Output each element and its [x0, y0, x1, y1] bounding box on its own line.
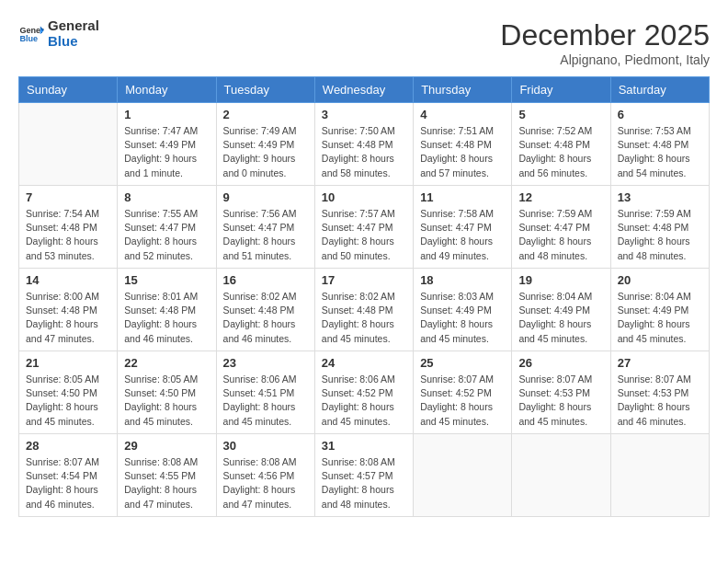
day-number: 9 [223, 190, 308, 204]
calendar-table: SundayMondayTuesdayWednesdayThursdayFrid… [18, 76, 710, 517]
calendar-cell: 24Sunrise: 8:06 AM Sunset: 4:52 PM Dayli… [314, 351, 413, 434]
day-number: 15 [124, 273, 209, 287]
day-info: Sunrise: 8:07 AM Sunset: 4:54 PM Dayligh… [26, 455, 110, 511]
calendar-cell [610, 434, 709, 517]
calendar-cell: 20Sunrise: 8:04 AM Sunset: 4:49 PM Dayli… [610, 269, 709, 351]
day-number: 1 [124, 108, 209, 121]
weekday-header-wednesday: Wednesday [314, 77, 413, 103]
day-number: 31 [322, 439, 406, 453]
day-info: Sunrise: 7:53 AM Sunset: 4:48 PM Dayligh… [618, 124, 702, 180]
day-number: 4 [420, 108, 505, 121]
day-info: Sunrise: 8:02 AM Sunset: 4:48 PM Dayligh… [223, 290, 308, 346]
calendar-cell: 6Sunrise: 7:53 AM Sunset: 4:48 PM Daylig… [610, 103, 709, 186]
calendar-cell [414, 434, 512, 517]
day-info: Sunrise: 8:08 AM Sunset: 4:56 PM Dayligh… [223, 455, 308, 511]
day-info: Sunrise: 7:52 AM Sunset: 4:48 PM Dayligh… [518, 124, 603, 180]
day-number: 14 [26, 273, 110, 287]
day-number: 29 [124, 439, 209, 453]
calendar-cell: 21Sunrise: 8:05 AM Sunset: 4:50 PM Dayli… [19, 351, 118, 434]
day-number: 21 [26, 356, 110, 370]
weekday-header-row: SundayMondayTuesdayWednesdayThursdayFrid… [19, 77, 710, 103]
calendar-cell: 31Sunrise: 8:08 AM Sunset: 4:57 PM Dayli… [314, 434, 413, 517]
calendar-cell: 18Sunrise: 8:03 AM Sunset: 4:49 PM Dayli… [414, 269, 512, 351]
calendar-cell: 23Sunrise: 8:06 AM Sunset: 4:51 PM Dayli… [216, 351, 314, 434]
day-number: 12 [518, 190, 603, 204]
day-info: Sunrise: 8:04 AM Sunset: 4:49 PM Dayligh… [518, 290, 603, 346]
day-number: 13 [618, 190, 702, 204]
day-info: Sunrise: 8:04 AM Sunset: 4:49 PM Dayligh… [618, 290, 702, 346]
calendar-cell: 2Sunrise: 7:49 AM Sunset: 4:49 PM Daylig… [216, 103, 314, 186]
weekday-header-friday: Friday [512, 77, 610, 103]
day-info: Sunrise: 8:03 AM Sunset: 4:49 PM Dayligh… [420, 290, 505, 346]
weekday-header-monday: Monday [118, 77, 216, 103]
calendar-cell: 1Sunrise: 7:47 AM Sunset: 4:49 PM Daylig… [118, 103, 216, 186]
calendar-cell: 12Sunrise: 7:59 AM Sunset: 4:47 PM Dayli… [512, 186, 610, 269]
day-info: Sunrise: 7:47 AM Sunset: 4:49 PM Dayligh… [124, 124, 209, 180]
day-number: 19 [518, 273, 603, 287]
calendar-cell: 9Sunrise: 7:56 AM Sunset: 4:47 PM Daylig… [216, 186, 314, 269]
day-number: 17 [322, 273, 406, 287]
day-info: Sunrise: 7:59 AM Sunset: 4:48 PM Dayligh… [618, 207, 702, 263]
day-info: Sunrise: 7:51 AM Sunset: 4:48 PM Dayligh… [420, 124, 505, 180]
logo-blue: Blue [48, 34, 99, 50]
calendar-cell: 26Sunrise: 8:07 AM Sunset: 4:53 PM Dayli… [512, 351, 610, 434]
week-row-1: 1Sunrise: 7:47 AM Sunset: 4:49 PM Daylig… [19, 103, 710, 186]
day-info: Sunrise: 8:06 AM Sunset: 4:52 PM Dayligh… [322, 373, 406, 429]
day-number: 22 [124, 356, 209, 370]
page-header: General Blue General Blue December 2025 … [18, 18, 710, 67]
week-row-2: 7Sunrise: 7:54 AM Sunset: 4:48 PM Daylig… [19, 186, 710, 269]
calendar-cell: 14Sunrise: 8:00 AM Sunset: 4:48 PM Dayli… [19, 269, 118, 351]
day-info: Sunrise: 8:01 AM Sunset: 4:48 PM Dayligh… [124, 290, 209, 346]
day-info: Sunrise: 8:08 AM Sunset: 4:57 PM Dayligh… [322, 455, 406, 511]
day-number: 30 [223, 439, 308, 453]
weekday-header-thursday: Thursday [414, 77, 512, 103]
day-number: 2 [223, 108, 308, 121]
day-number: 16 [223, 273, 308, 287]
calendar-cell: 8Sunrise: 7:55 AM Sunset: 4:47 PM Daylig… [118, 186, 216, 269]
day-number: 24 [322, 356, 406, 370]
calendar-cell: 7Sunrise: 7:54 AM Sunset: 4:48 PM Daylig… [19, 186, 118, 269]
weekday-header-sunday: Sunday [19, 77, 118, 103]
day-info: Sunrise: 7:59 AM Sunset: 4:47 PM Dayligh… [518, 207, 603, 263]
day-number: 28 [26, 439, 110, 453]
logo-general: General [48, 18, 99, 34]
calendar-cell [19, 103, 118, 186]
day-number: 5 [518, 108, 603, 121]
day-info: Sunrise: 8:08 AM Sunset: 4:55 PM Dayligh… [124, 455, 209, 511]
calendar-cell: 29Sunrise: 8:08 AM Sunset: 4:55 PM Dayli… [118, 434, 216, 517]
day-number: 25 [420, 356, 505, 370]
calendar-cell: 15Sunrise: 8:01 AM Sunset: 4:48 PM Dayli… [118, 269, 216, 351]
day-number: 6 [618, 108, 702, 121]
calendar-cell: 22Sunrise: 8:05 AM Sunset: 4:50 PM Dayli… [118, 351, 216, 434]
calendar-cell: 27Sunrise: 8:07 AM Sunset: 4:53 PM Dayli… [610, 351, 709, 434]
day-info: Sunrise: 7:54 AM Sunset: 4:48 PM Dayligh… [26, 207, 110, 263]
day-number: 8 [124, 190, 209, 204]
calendar-cell: 13Sunrise: 7:59 AM Sunset: 4:48 PM Dayli… [610, 186, 709, 269]
calendar-cell: 19Sunrise: 8:04 AM Sunset: 4:49 PM Dayli… [512, 269, 610, 351]
day-info: Sunrise: 7:50 AM Sunset: 4:48 PM Dayligh… [322, 124, 406, 180]
logo-icon: General Blue [18, 21, 44, 47]
day-number: 11 [420, 190, 505, 204]
week-row-3: 14Sunrise: 8:00 AM Sunset: 4:48 PM Dayli… [19, 269, 710, 351]
logo: General Blue General Blue [18, 18, 99, 49]
day-number: 20 [618, 273, 702, 287]
weekday-header-tuesday: Tuesday [216, 77, 314, 103]
calendar-cell: 5Sunrise: 7:52 AM Sunset: 4:48 PM Daylig… [512, 103, 610, 186]
week-row-5: 28Sunrise: 8:07 AM Sunset: 4:54 PM Dayli… [19, 434, 710, 517]
day-number: 27 [618, 356, 702, 370]
day-info: Sunrise: 8:06 AM Sunset: 4:51 PM Dayligh… [223, 373, 308, 429]
day-info: Sunrise: 8:05 AM Sunset: 4:50 PM Dayligh… [124, 373, 209, 429]
calendar-cell: 3Sunrise: 7:50 AM Sunset: 4:48 PM Daylig… [314, 103, 413, 186]
title-block: December 2025 Alpignano, Piedmont, Italy [500, 18, 710, 67]
day-info: Sunrise: 8:07 AM Sunset: 4:53 PM Dayligh… [618, 373, 702, 429]
day-number: 10 [322, 190, 406, 204]
svg-text:Blue: Blue [19, 34, 38, 43]
day-number: 7 [26, 190, 110, 204]
day-info: Sunrise: 8:07 AM Sunset: 4:53 PM Dayligh… [518, 373, 603, 429]
day-info: Sunrise: 7:57 AM Sunset: 4:47 PM Dayligh… [322, 207, 406, 263]
day-info: Sunrise: 7:55 AM Sunset: 4:47 PM Dayligh… [124, 207, 209, 263]
calendar-cell: 17Sunrise: 8:02 AM Sunset: 4:48 PM Dayli… [314, 269, 413, 351]
week-row-4: 21Sunrise: 8:05 AM Sunset: 4:50 PM Dayli… [19, 351, 710, 434]
day-info: Sunrise: 7:56 AM Sunset: 4:47 PM Dayligh… [223, 207, 308, 263]
calendar-cell [512, 434, 610, 517]
